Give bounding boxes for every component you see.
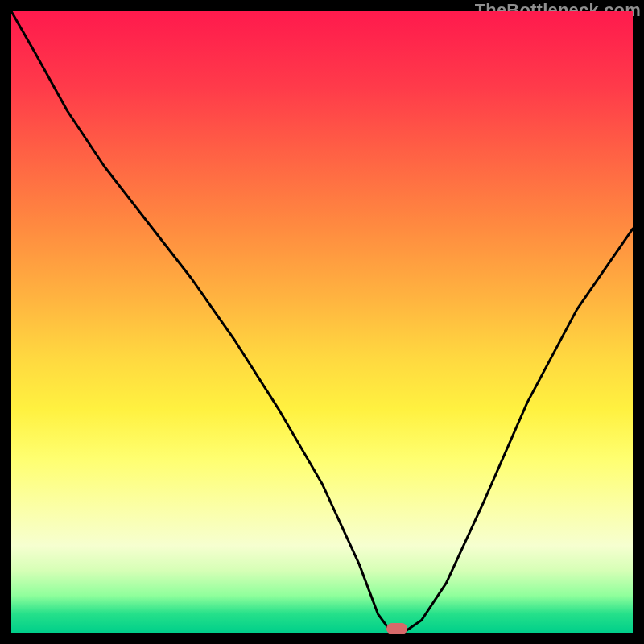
optimal-marker — [386, 623, 407, 634]
bottleneck-curve — [11, 11, 633, 633]
chart-container: TheBottleneck.com — [0, 0, 644, 644]
plot-area — [11, 11, 633, 633]
